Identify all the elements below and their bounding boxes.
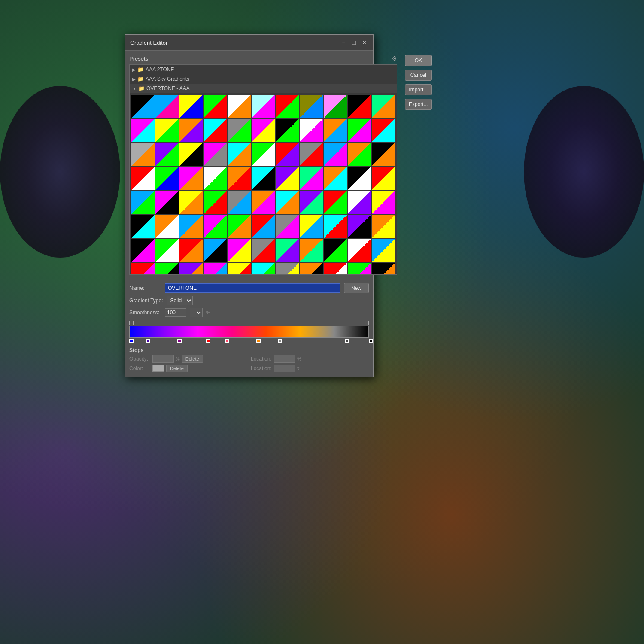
gradient-swatch-30[interactable] [324, 143, 347, 166]
gradient-swatch-13[interactable] [179, 119, 203, 142]
color-stop-3[interactable] [206, 339, 210, 343]
gradient-swatch-32[interactable] [372, 143, 395, 166]
gradient-swatch-51[interactable] [300, 191, 323, 214]
preset-group-aaa2tone[interactable]: ▶ 📁 AAA 2TONE [130, 65, 397, 74]
gradient-swatch-35[interactable] [179, 167, 203, 190]
color-stop-7[interactable] [345, 339, 349, 343]
gradient-swatch-24[interactable] [179, 143, 203, 166]
color-stop-2[interactable] [177, 339, 182, 343]
gradient-swatch-25[interactable] [204, 143, 227, 166]
gradient-swatch-11[interactable] [131, 119, 155, 142]
gradient-swatch-15[interactable] [228, 119, 251, 142]
ok-button[interactable]: OK [405, 55, 432, 66]
cancel-button[interactable]: Cancel [405, 70, 432, 81]
gradient-swatch-53[interactable] [348, 191, 371, 214]
preset-group-aaasky[interactable]: ▶ 📁 AAA Sky Gradients [130, 74, 397, 84]
gradient-swatch-19[interactable] [324, 119, 347, 142]
gradient-swatch-59[interactable] [228, 215, 251, 238]
gradient-swatch-78[interactable] [155, 263, 179, 275]
gradient-swatch-85[interactable] [324, 263, 347, 275]
gradient-swatch-47[interactable] [204, 191, 227, 214]
gradient-swatch-14[interactable] [204, 119, 227, 142]
color-stop-6[interactable] [278, 339, 282, 343]
gradient-type-select[interactable]: Solid Noise [167, 296, 193, 305]
gradient-swatch-75[interactable] [348, 239, 371, 262]
gradient-swatch-39[interactable] [276, 167, 299, 190]
gradient-swatch-66[interactable] [131, 239, 155, 262]
gradient-swatch-9[interactable] [348, 95, 371, 118]
gradient-swatch-0[interactable] [131, 95, 155, 118]
new-button[interactable]: New [344, 283, 369, 293]
delete-color-button[interactable]: Delete [166, 365, 188, 372]
color-stop-5[interactable] [256, 339, 261, 343]
color-location-input[interactable] [274, 365, 295, 372]
gradient-swatch-27[interactable] [252, 143, 275, 166]
gradient-swatch-40[interactable] [300, 167, 323, 190]
gradient-swatch-71[interactable] [252, 239, 275, 262]
gradient-swatch-56[interactable] [155, 215, 179, 238]
opacity-stop-right[interactable] [365, 321, 369, 325]
gradient-swatch-74[interactable] [324, 239, 347, 262]
gradient-swatch-45[interactable] [155, 191, 179, 214]
gradient-swatch-22[interactable] [131, 143, 155, 166]
preset-group-overtone[interactable]: ▼ 📁 OVERTONE - AAA [130, 84, 397, 93]
gradient-swatch-76[interactable] [372, 239, 395, 262]
gradient-swatch-46[interactable] [179, 191, 203, 214]
gradient-swatch-62[interactable] [300, 215, 323, 238]
gradient-swatch-1[interactable] [155, 95, 179, 118]
gradient-swatch-65[interactable] [372, 215, 395, 238]
gradient-swatch-7[interactable] [300, 95, 323, 118]
gradient-swatch-82[interactable] [252, 263, 275, 275]
gradient-swatch-28[interactable] [276, 143, 299, 166]
gradient-bar[interactable] [129, 326, 369, 338]
gradient-swatch-77[interactable] [131, 263, 155, 275]
close-button[interactable]: × [361, 38, 368, 47]
color-stop-4[interactable] [225, 339, 229, 343]
gradient-swatch-58[interactable] [204, 215, 227, 238]
minimize-button[interactable]: − [340, 38, 347, 47]
color-stop-0[interactable] [129, 339, 134, 343]
gradient-swatch-60[interactable] [252, 215, 275, 238]
name-input[interactable] [165, 283, 340, 293]
gradient-swatch-73[interactable] [300, 239, 323, 262]
gradient-swatch-42[interactable] [348, 167, 371, 190]
import-button[interactable]: Import... [405, 84, 432, 95]
gradient-swatch-48[interactable] [228, 191, 251, 214]
gradient-swatch-69[interactable] [204, 239, 227, 262]
gradient-swatch-68[interactable] [179, 239, 203, 262]
gradient-swatch-84[interactable] [300, 263, 323, 275]
opacity-stop-left[interactable] [129, 321, 134, 325]
gradient-swatch-20[interactable] [348, 119, 371, 142]
smoothness-input[interactable] [165, 308, 186, 317]
gradient-swatch-81[interactable] [228, 263, 251, 275]
presets-gear-icon[interactable]: ⚙ [392, 55, 397, 62]
gradient-swatch-3[interactable] [204, 95, 227, 118]
gradient-swatch-10[interactable] [372, 95, 395, 118]
gradient-swatch-33[interactable] [131, 167, 155, 190]
gradient-swatch-34[interactable] [155, 167, 179, 190]
gradient-swatch-8[interactable] [324, 95, 347, 118]
gradient-swatch-80[interactable] [204, 263, 227, 275]
gradient-swatch-38[interactable] [252, 167, 275, 190]
gradient-swatch-55[interactable] [131, 215, 155, 238]
smoothness-dropdown[interactable] [190, 308, 203, 317]
preset-list[interactable]: ▶ 📁 AAA 2TONE ▶ 📁 AAA Sky Gradients ▼ 📁 … [129, 64, 397, 275]
gradient-swatch-67[interactable] [155, 239, 179, 262]
gradient-swatch-21[interactable] [372, 119, 395, 142]
gradient-swatch-44[interactable] [131, 191, 155, 214]
gradient-swatch-43[interactable] [372, 167, 395, 190]
opacity-location-input[interactable] [274, 355, 295, 363]
gradient-swatch-57[interactable] [179, 215, 203, 238]
gradient-swatch-50[interactable] [276, 191, 299, 214]
gradient-swatch-17[interactable] [276, 119, 299, 142]
gradient-swatch-29[interactable] [300, 143, 323, 166]
gradient-swatch-70[interactable] [228, 239, 251, 262]
gradient-swatch-79[interactable] [179, 263, 203, 275]
gradient-swatch-52[interactable] [324, 191, 347, 214]
gradient-swatch-54[interactable] [372, 191, 395, 214]
gradient-swatch-86[interactable] [348, 263, 371, 275]
gradient-swatch-64[interactable] [348, 215, 371, 238]
gradient-swatch-16[interactable] [252, 119, 275, 142]
color-stop-8[interactable] [369, 339, 373, 343]
maximize-button[interactable]: □ [350, 38, 357, 47]
